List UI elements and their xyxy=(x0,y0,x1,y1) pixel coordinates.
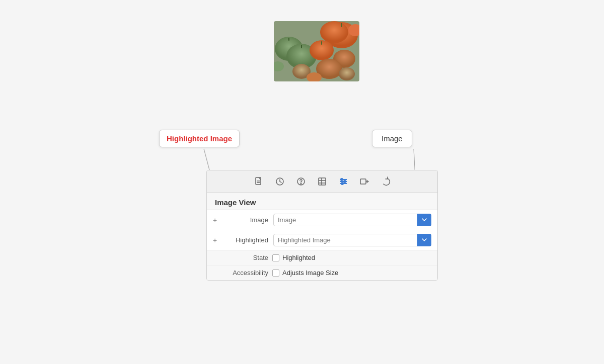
image-callout: Image xyxy=(372,130,412,147)
inspector-panel: Image View + Image + Highlighted xyxy=(206,170,438,281)
inspector-icon[interactable] xyxy=(316,175,328,188)
highlighted-dropdown-btn[interactable] xyxy=(417,234,431,246)
svg-rect-11 xyxy=(321,41,322,45)
svg-rect-26 xyxy=(319,178,326,185)
svg-point-34 xyxy=(344,180,346,183)
accessibility-label: Accessibility xyxy=(213,269,268,277)
accessibility-value: Adjusts Image Size xyxy=(282,269,338,277)
rotate-icon[interactable] xyxy=(380,175,392,188)
state-checkbox[interactable] xyxy=(272,254,279,261)
image-dropdown-btn[interactable] xyxy=(417,214,431,226)
highlighted-label: Highlighted xyxy=(223,236,268,244)
highlighted-row: + Highlighted xyxy=(207,230,437,250)
image-input-wrapper xyxy=(273,214,431,226)
highlighted-input-wrapper xyxy=(273,234,431,246)
svg-point-2 xyxy=(320,21,348,43)
meta-section: State Highlighted Accessibility Adjusts … xyxy=(207,250,437,280)
svg-rect-13 xyxy=(301,45,302,48)
svg-rect-36 xyxy=(360,179,366,184)
state-label: State xyxy=(213,254,268,261)
form-section: + Image + Highlighted xyxy=(207,210,437,250)
highlighted-plus-icon[interactable]: + xyxy=(213,236,221,244)
svg-point-25 xyxy=(300,184,301,185)
state-row: State Highlighted xyxy=(207,250,437,265)
pumpkin-image xyxy=(274,21,359,81)
svg-rect-12 xyxy=(288,38,289,41)
accessibility-row: Accessibility Adjusts Image Size xyxy=(207,265,437,280)
image-row: + Image xyxy=(207,210,437,230)
highlighted-image-callout: Highlighted Image xyxy=(159,130,240,147)
inspector-toolbar xyxy=(207,170,437,193)
svg-point-35 xyxy=(341,183,343,185)
section-header: Image View xyxy=(207,193,437,210)
help-icon[interactable] xyxy=(295,175,307,188)
image-input[interactable] xyxy=(273,214,431,226)
size-icon[interactable] xyxy=(358,175,370,188)
accessibility-checkbox[interactable] xyxy=(272,269,279,277)
file-icon[interactable] xyxy=(253,175,265,188)
svg-point-9 xyxy=(339,67,355,80)
highlighted-input[interactable] xyxy=(273,234,431,246)
clock-icon[interactable] xyxy=(274,175,286,188)
image-label: Image xyxy=(223,216,268,224)
svg-point-33 xyxy=(341,178,343,180)
image-plus-icon[interactable]: + xyxy=(213,216,221,224)
sliders-icon[interactable] xyxy=(337,175,349,188)
svg-rect-10 xyxy=(341,23,342,27)
state-value: Highlighted xyxy=(282,254,315,261)
